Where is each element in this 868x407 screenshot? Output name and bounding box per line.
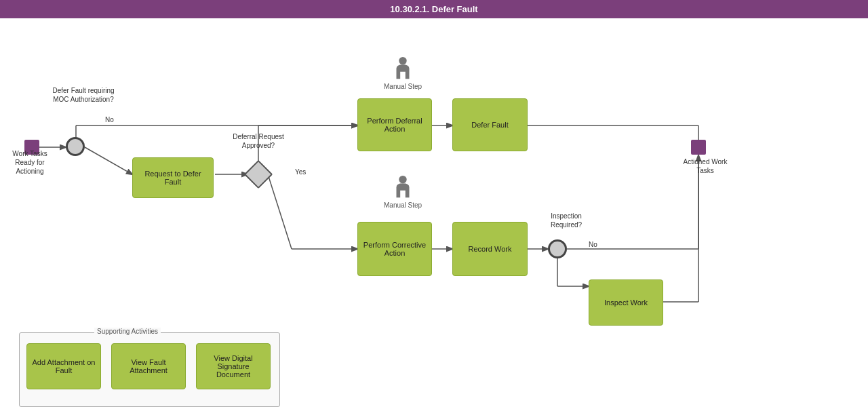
add-attachment-box[interactable]: Add Attachment on Fault xyxy=(26,343,101,389)
deferral-approved-label: Deferral Request Approved? xyxy=(228,132,289,150)
supporting-activities-container: Supporting Activities Add Attachment on … xyxy=(19,332,280,407)
request-to-defer-fault-box: Request to Defer Fault xyxy=(132,157,214,198)
view-digital-signature-box[interactable]: View Digital Signature Document xyxy=(196,343,271,389)
title-bar: 10.30.2.1. Defer Fault xyxy=(0,0,868,18)
defer-fault-box: Defer Fault xyxy=(452,98,528,151)
svg-point-21 xyxy=(399,176,406,183)
actioned-work-tasks-label: Actioned Work Tasks xyxy=(678,157,732,175)
svg-point-20 xyxy=(399,57,406,64)
title-text: 10.30.2.1. Defer Fault xyxy=(390,4,477,14)
inspection-required-label: Inspection Required? xyxy=(536,212,597,229)
yes-label: Yes xyxy=(295,168,306,176)
perform-deferral-action-box: Perform Deferral Action xyxy=(357,98,432,151)
no-label-2: No xyxy=(589,240,597,249)
view-fault-attachment-box[interactable]: View Fault Attachment xyxy=(111,343,186,389)
diagram-area: Work Tasks Ready for Actioning Defer Fau… xyxy=(0,18,868,407)
manual-step-top: Manual Step xyxy=(384,56,422,90)
svg-line-5 xyxy=(268,174,292,249)
gateway-diamond-2 xyxy=(244,160,273,189)
gateway-circle-1 xyxy=(66,137,85,156)
moc-question-label: Defer Fault requiring MOC Authorization? xyxy=(46,86,121,104)
gateway-circle-inspection xyxy=(548,239,567,258)
inspect-work-box: Inspect Work xyxy=(589,279,663,326)
record-work-box: Record Work xyxy=(452,222,528,276)
end-node xyxy=(691,140,706,155)
svg-line-1 xyxy=(85,147,132,174)
work-tasks-ready-label: Work Tasks Ready for Actioning xyxy=(7,149,53,176)
perform-corrective-action-box: Perform Corrective Action xyxy=(357,222,432,276)
supporting-activities-title: Supporting Activities xyxy=(94,328,161,335)
manual-step-bottom: Manual Step xyxy=(384,174,422,209)
no-label-1: No xyxy=(105,115,114,124)
